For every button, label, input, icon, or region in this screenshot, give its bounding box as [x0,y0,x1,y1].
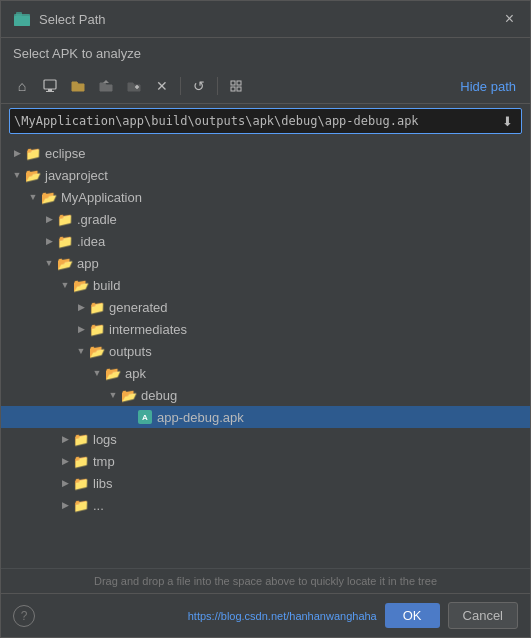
tree-item[interactable]: ▼ 📂 build [1,274,530,296]
folder-icon: 📁 [57,233,73,249]
folder-icon: 📂 [57,255,73,271]
svg-rect-6 [231,81,235,85]
tree-item[interactable]: ▼ 📂 javaproject [1,164,530,186]
folder-icon: 📂 [105,365,121,381]
folder-icon: 📁 [89,299,105,315]
tree-item-label: .gradle [77,212,117,227]
dialog-title: Select Path [39,12,106,27]
tree-item-apk[interactable]: ▶ A app-debug.apk [1,406,530,428]
folder-up-button[interactable] [93,73,119,99]
path-input[interactable] [14,114,497,128]
tree-item-label: tmp [93,454,115,469]
close-button[interactable]: × [501,9,518,29]
select-path-dialog: Select Path × Select APK to analyze ⌂ [0,0,531,638]
tree-item[interactable]: ▶ 📁 eclipse [1,142,530,164]
title-bar: Select Path × [1,1,530,38]
tree-toggle[interactable]: ▼ [41,255,57,271]
folder-icon: 📁 [25,145,41,161]
file-tree: ▶ 📁 eclipse ▼ 📂 javaproject ▼ 📂 MyApplic… [1,138,530,568]
footer-link: https://blog.csdn.net/hanhanwanghaha [188,610,377,622]
tree-item-label: .idea [77,234,105,249]
svg-rect-4 [48,89,52,91]
tree-toggle[interactable]: ▶ [41,211,57,227]
svg-rect-5 [46,91,54,92]
svg-rect-3 [44,80,56,89]
tree-item-label: apk [125,366,146,381]
tree-item-label: app [77,256,99,271]
tree-item-label: ... [93,498,104,513]
delete-button[interactable]: ✕ [149,73,175,99]
toolbar-separator [180,77,181,95]
tree-toggle[interactable]: ▼ [105,387,121,403]
path-download-button[interactable]: ⬇ [497,111,517,131]
tree-item[interactable]: ▶ 📁 ... [1,494,530,516]
folder-open-button[interactable] [65,73,91,99]
tree-item-label: logs [93,432,117,447]
tree-toggle[interactable]: ▶ [57,497,73,513]
tree-item[interactable]: ▶ 📁 .gradle [1,208,530,230]
folder-icon: 📁 [73,453,89,469]
tree-toggle[interactable]: ▶ [57,453,73,469]
tree-toggle[interactable]: ▶ [57,431,73,447]
monitor-button[interactable] [37,73,63,99]
tree-toggle[interactable]: ▼ [9,167,25,183]
tree-item-label: intermediates [109,322,187,337]
dialog-subtitle: Select APK to analyze [1,38,530,69]
tree-item[interactable]: ▼ 📂 outputs [1,340,530,362]
tree-toggle[interactable]: ▶ [57,475,73,491]
cancel-button[interactable]: Cancel [448,602,518,629]
tree-item[interactable]: ▼ 📂 apk [1,362,530,384]
home-button[interactable]: ⌂ [9,73,35,99]
svg-rect-2 [16,12,22,16]
svg-rect-1 [14,16,30,26]
tree-toggle[interactable]: ▶ [73,299,89,315]
tree-item[interactable]: ▼ 📂 debug [1,384,530,406]
svg-rect-7 [237,81,241,85]
tree-toggle[interactable]: ▶ [41,233,57,249]
folder-icon: 📁 [73,497,89,513]
folder-icon: 📁 [89,321,105,337]
tree-toggle[interactable]: ▶ [9,145,25,161]
drag-hint: Drag and drop a file into the space abov… [1,568,530,593]
tree-item[interactable]: ▶ 📁 .idea [1,230,530,252]
tree-item[interactable]: ▶ 📁 generated [1,296,530,318]
tree-item[interactable]: ▶ 📁 libs [1,472,530,494]
tree-toggle[interactable]: ▼ [57,277,73,293]
tree-toggle[interactable]: ▶ [73,321,89,337]
dialog-footer: ? https://blog.csdn.net/hanhanwanghaha O… [1,593,530,637]
settings-button[interactable] [223,73,249,99]
help-button[interactable]: ? [13,605,35,627]
path-bar: ⬇ [9,108,522,134]
tree-item-label: build [93,278,120,293]
tree-item[interactable]: ▼ 📂 app [1,252,530,274]
tree-item-label: libs [93,476,113,491]
tree-item-label: generated [109,300,168,315]
refresh-button[interactable]: ↺ [186,73,212,99]
folder-icon: 📁 [73,475,89,491]
tree-item[interactable]: ▶ 📁 tmp [1,450,530,472]
tree-item-label: eclipse [45,146,85,161]
folder-icon: 📂 [73,277,89,293]
svg-rect-8 [231,87,235,91]
tree-item[interactable]: ▶ 📁 intermediates [1,318,530,340]
toolbar: ⌂ ✕ ↺ [1,69,530,104]
apk-file-icon: A [137,409,153,425]
tree-item-label: MyApplication [61,190,142,205]
toolbar-separator-2 [217,77,218,95]
hide-path-button[interactable]: Hide path [454,77,522,96]
folder-icon: 📂 [41,189,57,205]
svg-rect-9 [237,87,241,91]
tree-item[interactable]: ▼ 📂 MyApplication [1,186,530,208]
tree-toggle[interactable]: ▼ [89,365,105,381]
tree-item[interactable]: ▶ 📁 logs [1,428,530,450]
folder-icon: 📂 [121,387,137,403]
dialog-icon [13,10,31,28]
tree-toggle[interactable]: ▼ [25,189,41,205]
tree-item-label: javaproject [45,168,108,183]
folder-icon: 📁 [57,211,73,227]
tree-item-label: app-debug.apk [157,410,244,425]
tree-toggle[interactable]: ▼ [73,343,89,359]
ok-button[interactable]: OK [385,603,440,628]
folder-icon: 📂 [89,343,105,359]
folder-new-button[interactable] [121,73,147,99]
